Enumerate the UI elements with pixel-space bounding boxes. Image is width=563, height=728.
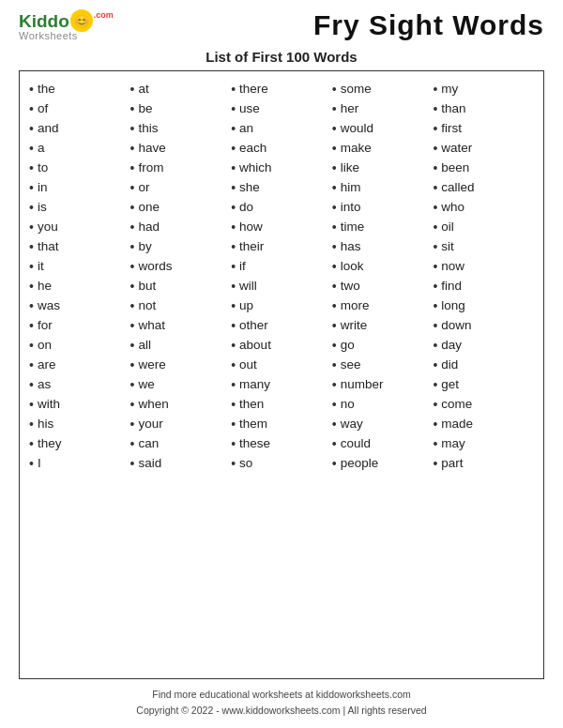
- word-text: was: [38, 298, 60, 312]
- list-item: •than: [433, 99, 534, 118]
- list-item: •they: [29, 433, 130, 453]
- bullet-icon: •: [29, 377, 34, 392]
- bullet-icon: •: [29, 180, 34, 195]
- list-item: •had: [130, 217, 232, 236]
- word-text: these: [239, 436, 270, 450]
- bullet-icon: •: [433, 338, 437, 353]
- bullet-icon: •: [29, 298, 34, 313]
- list-item: •like: [332, 158, 434, 177]
- bullet-icon: •: [332, 456, 337, 471]
- bullet-icon: •: [332, 417, 337, 432]
- list-item: •sit: [433, 236, 534, 256]
- bullet-icon: •: [130, 298, 135, 313]
- bullet-icon: •: [231, 318, 236, 333]
- header: Kiddo 😊 .com Worksheets Fry Sight Words: [19, 9, 544, 41]
- list-item: •be: [130, 99, 232, 118]
- bullet-icon: •: [231, 121, 236, 136]
- word-text: first: [441, 121, 462, 135]
- word-text: there: [239, 82, 268, 96]
- word-text: about: [239, 338, 271, 352]
- bullet-icon: •: [231, 200, 236, 215]
- list-item: •so: [231, 453, 332, 473]
- bullet-icon: •: [332, 436, 337, 451]
- list-item: •for: [29, 315, 130, 335]
- list-item: •people: [332, 453, 434, 473]
- word-text: people: [341, 456, 379, 470]
- word-text: what: [139, 318, 166, 332]
- list-item: •and: [29, 118, 130, 138]
- word-text: or: [139, 180, 150, 194]
- word-text: his: [38, 417, 53, 431]
- bullet-icon: •: [332, 141, 337, 156]
- bullet-icon: •: [231, 377, 236, 392]
- bullet-icon: •: [332, 180, 337, 195]
- word-text: would: [341, 121, 373, 135]
- word-text: have: [139, 141, 166, 155]
- bullet-icon: •: [130, 456, 135, 471]
- bullet-icon: •: [29, 141, 34, 156]
- word-text: of: [38, 101, 48, 115]
- bullet-icon: •: [231, 456, 236, 471]
- bullet-icon: •: [332, 160, 337, 175]
- bullet-icon: •: [433, 436, 437, 451]
- bullet-icon: •: [130, 259, 135, 274]
- list-item: •then: [231, 394, 332, 414]
- list-item: •were: [130, 355, 232, 374]
- list-item: •not: [130, 296, 232, 315]
- bullet-icon: •: [332, 121, 337, 136]
- bullet-icon: •: [231, 279, 236, 294]
- word-text: on: [38, 338, 52, 352]
- bullet-icon: •: [231, 220, 236, 235]
- word-text: were: [139, 357, 166, 372]
- bullet-icon: •: [433, 318, 437, 333]
- bullet-icon: •: [332, 220, 337, 235]
- word-text: into: [341, 200, 361, 214]
- bullet-icon: •: [130, 101, 135, 116]
- word-text: has: [341, 239, 361, 253]
- list-item: •my: [433, 79, 534, 99]
- word-text: so: [239, 456, 252, 470]
- list-item: •is: [29, 197, 130, 217]
- word-text: more: [341, 298, 370, 312]
- list-item: •with: [29, 394, 130, 414]
- list-item: •more: [332, 296, 434, 315]
- word-text: her: [341, 101, 359, 115]
- bullet-icon: •: [433, 456, 437, 471]
- list-item: •no: [332, 394, 434, 414]
- bullet-icon: •: [433, 82, 437, 97]
- list-item: •by: [130, 236, 232, 256]
- list-item: •on: [29, 335, 130, 355]
- word-text: been: [441, 160, 469, 174]
- list-item: •long: [433, 296, 534, 315]
- word-text: could: [341, 436, 371, 450]
- bullet-icon: •: [29, 82, 34, 97]
- bullet-icon: •: [332, 82, 337, 97]
- list-item: •did: [433, 355, 534, 374]
- word-text: then: [239, 397, 264, 411]
- word-col-3: •some•her•would•make•like•him•into•time•…: [332, 79, 434, 473]
- list-item: •called: [433, 177, 534, 197]
- word-text: a: [38, 141, 45, 155]
- list-item: •are: [29, 355, 130, 374]
- list-item: •when: [130, 394, 232, 414]
- bullet-icon: •: [130, 279, 135, 294]
- list-item: •come: [433, 394, 534, 414]
- page: Kiddo 😊 .com Worksheets Fry Sight Words …: [0, 0, 563, 728]
- word-text: your: [139, 417, 163, 431]
- word-table: •the•of•and•a•to•in•is•you•that•it•he•wa…: [29, 79, 534, 473]
- bullet-icon: •: [29, 318, 34, 333]
- word-text: sit: [441, 239, 454, 253]
- list-item: •into: [332, 197, 434, 217]
- word-text: are: [38, 357, 56, 372]
- word-text: be: [139, 101, 153, 115]
- bullet-icon: •: [29, 417, 34, 432]
- list-item: •look: [332, 256, 434, 276]
- bullet-icon: •: [433, 397, 437, 412]
- word-text: up: [239, 298, 253, 312]
- bullet-icon: •: [29, 220, 34, 235]
- word-text: for: [38, 318, 53, 332]
- word-text: you: [38, 220, 58, 234]
- word-text: all: [139, 338, 152, 352]
- word-text: can: [139, 436, 160, 450]
- list-item: •how: [231, 217, 332, 236]
